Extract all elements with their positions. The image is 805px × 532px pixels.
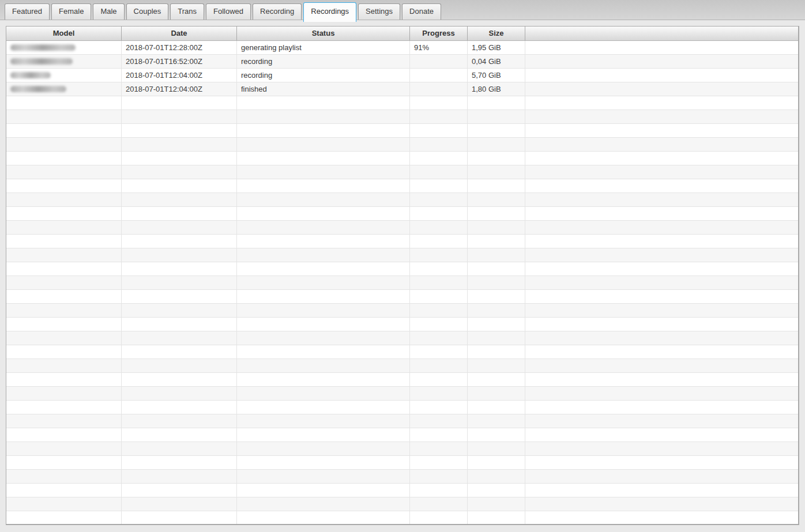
cell-date (122, 345, 237, 359)
table-row[interactable]: 2018-07-01T12:04:00Zrecording5,70 GiB (6, 69, 798, 82)
cell-date (122, 96, 237, 110)
cell-status (237, 179, 410, 193)
cell-model (6, 41, 122, 54)
cell-date (122, 484, 237, 497)
cell-spacer (525, 276, 798, 289)
cell-model (6, 428, 122, 442)
cell-spacer (525, 414, 798, 428)
cell-status (237, 221, 410, 234)
cell-date (122, 262, 237, 276)
column-header-status[interactable]: Status (237, 27, 410, 40)
cell-model (6, 345, 122, 359)
tab-followed[interactable]: Followed (206, 3, 251, 20)
cell-size (468, 304, 525, 317)
cell-model (6, 456, 122, 469)
table-row[interactable]: 2018-07-01T12:04:00Zfinished1,80 GiB (6, 82, 798, 96)
cell-model (6, 193, 122, 206)
cell-spacer (525, 152, 798, 165)
column-header-model[interactable]: Model (6, 27, 122, 40)
cell-progress (410, 276, 468, 289)
tab-recording[interactable]: Recording (253, 3, 302, 20)
cell-progress (410, 331, 468, 345)
cell-progress (410, 152, 468, 165)
cell-date (122, 456, 237, 469)
cell-size (468, 96, 525, 110)
tab-female[interactable]: Female (51, 3, 91, 20)
empty-table-row (6, 165, 798, 179)
empty-table-row (6, 290, 798, 304)
cell-status (237, 110, 410, 123)
cell-progress (410, 262, 468, 276)
cell-spacer (525, 304, 798, 317)
cell-progress (410, 207, 468, 220)
cell-spacer (525, 179, 798, 193)
cell-status (237, 304, 410, 317)
cell-status (237, 497, 410, 511)
cell-progress (410, 414, 468, 428)
cell-date (122, 428, 237, 442)
cell-model (6, 442, 122, 455)
tab-male[interactable]: Male (93, 3, 124, 20)
redacted-model-name (10, 86, 66, 92)
cell-model (6, 110, 122, 123)
empty-table-row (6, 179, 798, 193)
cell-spacer (525, 248, 798, 262)
cell-status (237, 248, 410, 262)
cell-date (122, 318, 237, 331)
table-header-row: ModelDateStatusProgressSize (6, 27, 798, 41)
cell-progress (410, 165, 468, 179)
cell-spacer (525, 262, 798, 276)
cell-progress (410, 387, 468, 400)
recordings-table: ModelDateStatusProgressSize 2018-07-01T1… (6, 26, 799, 525)
cell-spacer (525, 221, 798, 234)
cell-date (122, 179, 237, 193)
cell-spacer (525, 124, 798, 137)
cell-date (122, 138, 237, 151)
cell-size (468, 124, 525, 137)
cell-date (122, 193, 237, 206)
cell-status (237, 345, 410, 359)
cell-spacer (525, 138, 798, 151)
column-header-date[interactable]: Date (122, 27, 237, 40)
cell-status (237, 165, 410, 179)
cell-progress (410, 470, 468, 483)
cell-date (122, 511, 237, 525)
cell-progress (410, 456, 468, 469)
table-row[interactable]: 2018-07-01T12:28:00Zgenerating playlist9… (6, 41, 798, 55)
column-header-size[interactable]: Size (468, 27, 525, 40)
column-header-progress[interactable]: Progress (410, 27, 468, 40)
cell-date (122, 401, 237, 414)
cell-spacer (525, 55, 798, 68)
cell-model (6, 179, 122, 193)
cell-size (468, 152, 525, 165)
cell-progress (410, 179, 468, 193)
cell-date (122, 497, 237, 511)
cell-progress (410, 193, 468, 206)
tab-donate[interactable]: Donate (402, 3, 441, 20)
cell-status (237, 124, 410, 137)
tab-recordings[interactable]: Recordings (303, 2, 356, 22)
cell-spacer (525, 401, 798, 414)
tab-couples[interactable]: Couples (126, 3, 169, 20)
cell-date (122, 110, 237, 123)
empty-table-row (6, 221, 798, 235)
cell-spacer (525, 235, 798, 248)
empty-table-row (6, 207, 798, 221)
cell-spacer (525, 511, 798, 525)
tab-trans[interactable]: Trans (170, 3, 204, 20)
cell-progress (410, 290, 468, 303)
tab-settings[interactable]: Settings (358, 3, 400, 20)
empty-table-row (6, 470, 798, 484)
cell-progress (410, 497, 468, 511)
cell-date: 2018-07-01T16:52:00Z (122, 55, 237, 68)
cell-date (122, 331, 237, 345)
cell-progress (410, 428, 468, 442)
cell-size: 5,70 GiB (468, 69, 525, 82)
cell-status (237, 262, 410, 276)
table-row[interactable]: 2018-07-01T16:52:00Zrecording0,04 GiB (6, 55, 798, 69)
tab-featured[interactable]: Featured (5, 3, 50, 20)
cell-model (6, 359, 122, 372)
redacted-model-name (10, 58, 73, 65)
cell-status (237, 138, 410, 151)
cell-size: 0,04 GiB (468, 55, 525, 68)
